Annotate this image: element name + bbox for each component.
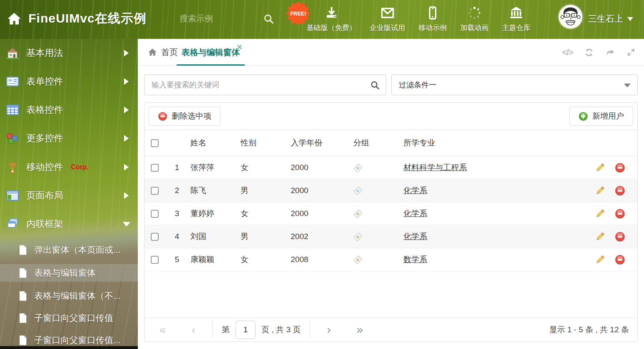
delete-row-icon[interactable]	[615, 186, 625, 196]
cell-name: 刘国	[184, 231, 234, 242]
close-icon[interactable]	[237, 44, 242, 50]
avatar[interactable]	[558, 5, 583, 29]
edit-pencil-icon[interactable]	[595, 209, 605, 219]
signal-icon	[6, 160, 19, 174]
major-link[interactable]: 化学系	[403, 208, 427, 219]
row-number: 4	[167, 232, 184, 241]
user-menu[interactable]: 三生石上	[588, 13, 633, 25]
share-icon[interactable]	[605, 47, 615, 57]
prev-page-button[interactable]: ‹	[192, 324, 195, 336]
app-title: FineUIMvc在线示例	[28, 10, 147, 27]
header-search[interactable]: 搜索示例	[180, 13, 274, 24]
mobile-icon	[426, 6, 440, 20]
sidebar-subitem-grid-edit-window-2[interactable]: 表格与编辑窗体（不...	[0, 287, 138, 305]
app-window: FineUIMvc在线示例 搜索示例 FREE! 基础版（免费） 企业版试用 移…	[0, 0, 644, 349]
nav-item-enterprise-trial[interactable]: 企业版试用	[363, 4, 412, 36]
keyword-search-box	[144, 74, 386, 95]
major-link[interactable]: 化学系	[403, 185, 427, 196]
nav-item-mobile-demo[interactable]: 移动示例	[412, 4, 454, 36]
tag-icon	[353, 186, 363, 196]
edit-pencil-icon[interactable]	[595, 232, 605, 242]
delete-row-icon[interactable]	[615, 163, 625, 173]
sidebar: 基本用法 表单控件 表格控件 更多控件 移动控件 Corp. 页面布局	[0, 39, 138, 349]
row-number: 2	[167, 186, 184, 195]
row-checkbox[interactable]	[151, 187, 159, 195]
table-row: 2 陈飞 男 2000 化学系	[145, 179, 637, 202]
sidebar-item-grid-controls[interactable]: 表格控件	[0, 96, 138, 124]
cell-year: 2008	[284, 255, 347, 264]
row-checkbox[interactable]	[151, 233, 159, 241]
tag-icon	[353, 209, 363, 219]
delete-row-icon[interactable]	[615, 209, 625, 219]
sidebar-subitem-popup-window[interactable]: 弹出窗体（本页面或...	[0, 241, 138, 259]
edit-pencil-icon[interactable]	[595, 255, 605, 265]
expand-icon[interactable]	[626, 48, 636, 57]
tag-icon	[353, 255, 363, 265]
bank-icon	[509, 6, 523, 20]
search-icon[interactable]	[263, 13, 274, 24]
row-checkbox[interactable]	[151, 210, 159, 218]
cell-name: 陈飞	[184, 185, 234, 196]
cell-name: 康颖颖	[184, 254, 234, 265]
select-all-checkbox[interactable]	[151, 139, 159, 147]
sidebar-item-more-controls[interactable]: 更多控件	[0, 124, 138, 153]
search-icon[interactable]	[370, 80, 380, 90]
tab-toolbar: </>	[562, 39, 636, 66]
cell-gender: 男	[234, 185, 284, 196]
table-empty-space	[145, 271, 637, 318]
sidebar-subitem-grid-edit-window[interactable]: 表格与编辑窗体	[0, 264, 138, 282]
nav-item-theme-repo[interactable]: 主题仓库	[495, 4, 537, 36]
keyword-search-input[interactable]	[145, 75, 386, 95]
chevron-right-icon	[124, 78, 129, 85]
sidebar-item-iframe[interactable]: 内联框架	[0, 210, 138, 238]
add-user-button[interactable]: 新增用户	[569, 107, 633, 126]
tag-icon	[353, 163, 363, 173]
sidebar-item-mobile-controls[interactable]: 移动控件 Corp.	[0, 153, 138, 181]
chevron-right-icon	[124, 107, 129, 113]
delete-selected-button[interactable]: 删除选中项	[149, 107, 221, 126]
delete-row-icon[interactable]	[615, 232, 625, 242]
file-icon	[18, 245, 28, 255]
row-checkbox[interactable]	[151, 256, 159, 264]
main-area: 首页 表格与编辑窗体 </> 过滤条件一	[138, 39, 644, 349]
record-summary: 显示 1 - 5 条 , 共 12 条	[549, 324, 629, 335]
sidebar-subitem-child-to-parent[interactable]: 子窗口向父窗口传值	[0, 309, 138, 327]
major-link[interactable]: 数学系	[403, 254, 427, 265]
divider	[212, 321, 213, 338]
last-page-button[interactable]: »	[357, 324, 363, 336]
next-page-button[interactable]: ›	[327, 324, 331, 336]
delete-row-icon[interactable]	[615, 255, 625, 265]
refresh-icon[interactable]	[584, 48, 594, 57]
major-link[interactable]: 化学系	[403, 231, 427, 242]
cubes-icon	[6, 132, 19, 145]
tab-grid-edit-window[interactable]: 表格与编辑窗体	[177, 39, 245, 66]
page-number-input[interactable]	[236, 321, 256, 339]
col-gender[interactable]: 性别	[234, 138, 284, 148]
edit-pencil-icon[interactable]	[595, 163, 605, 173]
col-major[interactable]: 所学专业	[397, 138, 587, 148]
cell-gender: 女	[234, 208, 284, 219]
sidebar-item-page-layout[interactable]: 页面布局	[0, 181, 138, 210]
header-search-placeholder: 搜索示例	[180, 13, 213, 24]
sidebar-item-form-controls[interactable]: 表单控件	[0, 67, 138, 96]
filter-dropdown[interactable]: 过滤条件一	[391, 74, 638, 95]
plus-circle-icon	[578, 112, 588, 121]
minus-circle-icon	[158, 112, 167, 121]
nav-item-loading-animation[interactable]: 加载动画	[454, 4, 495, 36]
major-link[interactable]: 材料科学与工程系	[403, 162, 467, 173]
row-checkbox[interactable]	[151, 164, 159, 172]
tab-home[interactable]: 首页	[148, 39, 178, 66]
col-group[interactable]: 分组	[347, 138, 397, 148]
envelope-icon	[380, 6, 395, 20]
col-year[interactable]: 入学年份	[284, 138, 347, 148]
chevron-down-icon	[123, 222, 130, 227]
col-name[interactable]: 姓名	[184, 138, 234, 148]
chevron-right-icon	[124, 164, 129, 171]
source-code-icon[interactable]: </>	[562, 48, 573, 57]
first-page-button[interactable]: «	[160, 324, 166, 336]
free-badge: FREE!	[285, 0, 311, 26]
edit-pencil-icon[interactable]	[595, 186, 605, 196]
row-number: 5	[167, 255, 184, 264]
brand[interactable]: FineUIMvc在线示例	[7, 10, 147, 27]
sidebar-item-basic-usage[interactable]: 基本用法	[0, 39, 138, 67]
